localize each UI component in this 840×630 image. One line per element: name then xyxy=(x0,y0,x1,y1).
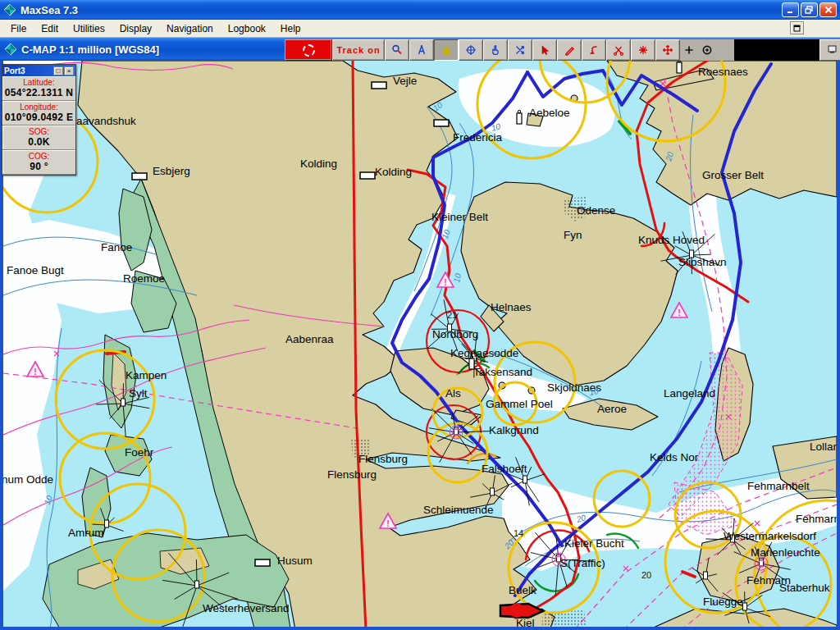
map-label: Aebeloe xyxy=(529,107,570,119)
map-label: Lolland xyxy=(810,441,837,453)
curve-tool[interactable] xyxy=(582,39,606,61)
move-tool[interactable] xyxy=(655,39,680,61)
target-icon xyxy=(701,44,713,56)
port3-field-label: Longitude: xyxy=(2,103,75,112)
crossed-arrows-icon xyxy=(514,44,526,56)
close-button[interactable] xyxy=(819,2,837,17)
port3-field-label: SOG: xyxy=(2,127,75,136)
map-label: Odense xyxy=(577,204,615,217)
port3-close-button[interactable]: × xyxy=(64,66,74,75)
map-label: Schleimuende xyxy=(423,504,494,516)
map-label: Amrum xyxy=(68,527,104,539)
chart-area[interactable]: !!!! VejleaavandshukEsbjergKoldingKoldin… xyxy=(3,61,837,627)
port3-row-sog: SOG:0.0K xyxy=(2,126,75,150)
map-label: Knuds Hoved xyxy=(638,234,705,246)
pencil-tool[interactable] xyxy=(557,39,582,61)
map-label: Sylt xyxy=(129,387,148,399)
port3-titlebar[interactable]: Port3 □ × xyxy=(2,65,75,76)
child-restore-button[interactable] xyxy=(790,21,804,34)
dividers-tool[interactable] xyxy=(409,39,434,61)
toolbar-spacer xyxy=(734,39,819,61)
zoom-tool[interactable] xyxy=(385,39,409,61)
cursor-arrow-icon xyxy=(539,44,550,56)
cut-tool[interactable] xyxy=(606,39,631,61)
track-on-label: Track on xyxy=(336,45,380,55)
menu-bar: FileEditUtilitiesDisplayNavigationLogboo… xyxy=(0,20,840,38)
port3-title: Port3 xyxy=(4,66,52,75)
map-label: Aeroe xyxy=(597,403,627,415)
none-icon xyxy=(719,44,731,56)
menu-file[interactable]: File xyxy=(3,21,34,37)
minimize-button[interactable] xyxy=(782,2,799,17)
mob-button[interactable] xyxy=(285,39,332,61)
plus-button[interactable] xyxy=(680,39,698,61)
dividers-icon xyxy=(416,44,427,56)
crosshair-icon xyxy=(465,44,477,56)
town-symbol xyxy=(132,173,147,180)
depth-label: 21 xyxy=(447,310,457,320)
hand-icon xyxy=(441,44,452,56)
town-symbol xyxy=(360,172,375,179)
map-label: Kegnaesodde xyxy=(450,347,518,359)
move-cross-icon xyxy=(662,44,673,56)
application-window: { "window": { "title": "MaxSea 7.3" }, "… xyxy=(0,0,840,630)
map-label: Westermarkelsdorf xyxy=(724,530,816,542)
map-label: Kieler Bucht xyxy=(564,537,624,550)
restore-button[interactable] xyxy=(801,2,818,17)
map-label: Husum xyxy=(277,555,313,567)
blank-button[interactable] xyxy=(716,39,734,61)
menu-utilities[interactable]: Utilities xyxy=(66,21,112,37)
plus-icon xyxy=(683,44,695,56)
layout-buttons xyxy=(819,39,840,61)
map-label: num Odde xyxy=(3,473,53,486)
arrow-tool[interactable] xyxy=(532,39,557,61)
target-button[interactable] xyxy=(698,39,716,61)
layout-button-1[interactable] xyxy=(827,43,838,57)
menu-edit[interactable]: Edit xyxy=(34,21,66,37)
menu-help[interactable]: Help xyxy=(273,21,308,37)
menu-navigation[interactable]: Navigation xyxy=(159,21,221,37)
pencil-icon xyxy=(564,44,575,56)
map-label: Foehr xyxy=(125,446,154,459)
menu-logbook[interactable]: Logbook xyxy=(221,21,273,37)
map-label: Westerheversand xyxy=(203,602,290,614)
chart-window-title: C-MAP 1:1 million [WGS84] xyxy=(21,43,159,56)
chart-canvas[interactable]: !!!! VejleaavandshukEsbjergKoldingKoldin… xyxy=(3,61,837,627)
star-icon xyxy=(637,44,649,56)
port3-row-latitude: Latitude:054°22.1311 N xyxy=(2,76,75,101)
map-label: Kalkgrund xyxy=(489,424,539,436)
map-label: Taksensand xyxy=(473,366,532,378)
map-label: S(Traffic) xyxy=(560,557,605,569)
map-label: Flensburg xyxy=(327,468,377,481)
center-tool[interactable] xyxy=(459,39,483,61)
track-on-button[interactable]: Track on xyxy=(332,39,385,61)
depth-label: 20 xyxy=(641,570,651,580)
map-label: Nordborg xyxy=(432,328,478,340)
symbol-tool[interactable] xyxy=(631,39,655,61)
pan-tool[interactable] xyxy=(434,39,459,61)
port3-row-cog: COG:90 ° xyxy=(2,150,75,175)
pointer-tool[interactable] xyxy=(483,39,508,61)
maxsea-logo-icon xyxy=(3,3,16,16)
svg-text:!: ! xyxy=(678,308,681,317)
map-label: Flensburg xyxy=(358,453,408,465)
map-label: Fluegge xyxy=(703,596,743,608)
port3-maximize-button[interactable]: □ xyxy=(53,66,63,75)
menu-display[interactable]: Display xyxy=(112,21,159,37)
menu-bar-items: FileEditUtilitiesDisplayNavigationLogboo… xyxy=(3,21,308,37)
svg-text:!: ! xyxy=(386,518,390,528)
main-titlebar: MaxSea 7.3 xyxy=(0,0,840,20)
map-label: Vejle xyxy=(393,75,417,87)
map-label: Fanoe Bugt xyxy=(7,264,64,276)
map-label: Esbjerg xyxy=(153,165,190,177)
map-label: Langeland xyxy=(664,387,715,399)
map-label: Slipshavn xyxy=(678,256,727,268)
town-symbol xyxy=(372,82,386,89)
port3-panel[interactable]: Port3 □ × Latitude:054°22.1311 NLongitud… xyxy=(2,64,76,176)
measure-tool[interactable] xyxy=(508,39,532,61)
map-label: Fehmarn xyxy=(796,513,837,525)
town-symbol xyxy=(434,120,449,126)
map-label: Kolding xyxy=(375,166,412,178)
port3-field-value: 90 ° xyxy=(2,161,75,172)
s-curve-icon xyxy=(588,44,600,56)
